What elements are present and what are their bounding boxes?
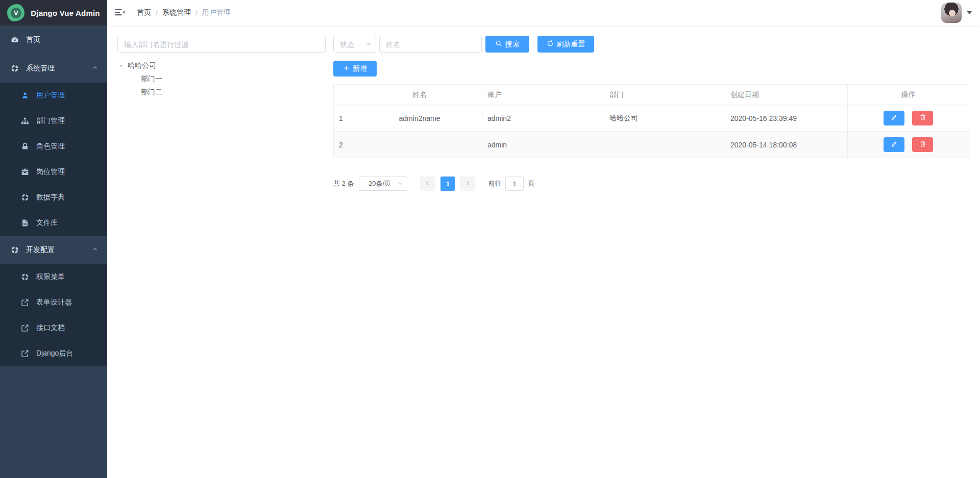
chevron-down-icon	[398, 180, 403, 188]
tree-node-child[interactable]: 部门一	[117, 72, 326, 86]
edit-button[interactable]	[884, 111, 904, 125]
sidebar-item-home[interactable]: 首页	[0, 26, 107, 54]
sidebar-item-form-designer[interactable]: 表单设计器	[0, 290, 107, 315]
sidebar-item-api-docs[interactable]: 接口文档	[0, 315, 107, 341]
reset-button-label: 刷新重置	[557, 40, 585, 49]
sidebar-item-roles[interactable]: 角色管理	[0, 134, 107, 159]
refresh-reset-button[interactable]: 刷新重置	[537, 36, 594, 53]
trash-icon	[919, 140, 926, 149]
sidebar-item-label: 文件库	[36, 218, 58, 228]
sidebar-item-label: 接口文档	[36, 323, 65, 333]
cell-actions	[848, 105, 969, 132]
page-number-button[interactable]: 1	[440, 177, 455, 191]
breadcrumb-separator: /	[156, 9, 158, 17]
header-dept: 部门	[604, 85, 725, 105]
goto-label: 前往	[488, 179, 501, 188]
sidebar: V Django Vue Admin 首页 系统管理	[0, 0, 107, 478]
next-page-button[interactable]	[460, 177, 475, 191]
tree-node-child[interactable]: 部门二	[117, 86, 326, 99]
sidebar-item-positions[interactable]: 岗位管理	[0, 159, 107, 185]
hamburger-icon	[115, 7, 125, 19]
tree-node-root[interactable]: 哈哈公司	[117, 59, 326, 72]
sidebar-group-system[interactable]: 系统管理	[0, 54, 107, 83]
pagination: 共 2 条 20条/页 1	[333, 177, 969, 191]
external-link-icon	[20, 349, 30, 358]
filter-row: 搜索 刷新重置	[333, 36, 969, 53]
table-header-row: 姓名 账户 部门 创建日期 操作	[334, 85, 969, 105]
sidebar-item-django-admin[interactable]: Django后台	[0, 341, 107, 366]
delete-button[interactable]	[912, 111, 933, 125]
user-avatar[interactable]	[941, 3, 962, 23]
prev-page-button[interactable]	[420, 177, 435, 191]
header-index	[334, 85, 357, 105]
app-root: V Django Vue Admin 首页 系统管理	[0, 0, 980, 478]
header-account: 账户	[482, 85, 604, 105]
breadcrumb-section[interactable]: 系统管理	[162, 8, 191, 17]
tree-node-label: 哈哈公司	[128, 61, 156, 70]
submenu-dev: 权限菜单 表单设计器 接口文档	[0, 264, 107, 366]
search-button[interactable]: 搜索	[485, 36, 529, 53]
cell-actions	[848, 132, 969, 158]
caret-down-icon	[117, 63, 125, 68]
status-select-input[interactable]	[333, 36, 376, 53]
sidebar-item-label: 首页	[26, 35, 40, 44]
pager: 1	[420, 177, 475, 191]
trash-icon	[919, 114, 926, 122]
sidebar-item-label: 权限菜单	[36, 272, 65, 282]
goto-page: 前往 页	[488, 177, 534, 191]
vue-logo-letter: V	[11, 8, 21, 18]
submenu-system: 用户管理 部门管理 角色管理	[0, 83, 107, 236]
app-title: Django Vue Admin	[31, 9, 100, 17]
component-icon	[20, 272, 30, 282]
plus-icon	[343, 65, 350, 73]
page-size-select[interactable]: 20条/页	[359, 177, 407, 191]
sidebar-item-files[interactable]: 文件库	[0, 210, 107, 236]
sidebar-item-label: 用户管理	[36, 91, 65, 100]
sidebar-menu: 首页 系统管理 用户管理	[0, 26, 107, 366]
sidebar-toggle-button[interactable]	[107, 0, 133, 26]
sidebar-item-label: Django后台	[36, 349, 73, 358]
sidebar-group-dev[interactable]: 开发配置	[0, 236, 107, 264]
component-icon	[10, 64, 19, 73]
cell-account: admin	[482, 132, 604, 158]
chevron-left-icon	[425, 180, 431, 188]
top-navbar: 首页 / 系统管理 / 用户管理	[107, 0, 980, 26]
status-select[interactable]	[333, 36, 376, 53]
sidebar-item-departments[interactable]: 部门管理	[0, 108, 107, 134]
chevron-right-icon	[464, 180, 471, 188]
component-icon	[20, 193, 30, 202]
name-filter-input[interactable]	[379, 36, 482, 53]
edit-button[interactable]	[884, 137, 904, 152]
breadcrumb-home[interactable]: 首页	[137, 8, 151, 17]
chevron-up-icon	[92, 246, 98, 254]
external-link-icon	[20, 323, 30, 333]
logo-bar[interactable]: V Django Vue Admin	[0, 0, 107, 26]
caret-down-icon	[967, 11, 972, 14]
sidebar-item-users[interactable]: 用户管理	[0, 83, 107, 108]
department-filter-input[interactable]	[117, 36, 326, 53]
cell-index: 2	[334, 132, 357, 158]
vue-logo-icon: V	[7, 4, 24, 21]
add-button[interactable]: 新增	[333, 61, 377, 77]
breadcrumb: 首页 / 系统管理 / 用户管理	[137, 8, 231, 17]
cell-name	[357, 132, 482, 158]
department-tree: 哈哈公司 部门一 部门二	[117, 59, 326, 99]
tree-node-label: 部门一	[141, 74, 162, 84]
cell-created: 2020-05-16 23:39:49	[725, 105, 848, 132]
lock-icon	[20, 142, 30, 151]
briefcase-icon	[20, 167, 30, 177]
delete-button[interactable]	[912, 137, 933, 152]
sidebar-item-label: 数据字典	[36, 193, 65, 202]
sidebar-item-dictionary[interactable]: 数据字典	[0, 185, 107, 210]
tree-node-label: 部门二	[141, 88, 162, 97]
refresh-icon	[547, 40, 554, 48]
sidebar-item-permission-menu[interactable]: 权限菜单	[0, 264, 107, 290]
breadcrumb-separator: /	[195, 9, 198, 17]
sitemap-icon	[20, 116, 30, 125]
total-count-label: 共 2 条	[333, 179, 354, 188]
cell-account: admin2	[482, 105, 604, 132]
cell-dept: 哈哈公司	[604, 105, 725, 132]
table-row: 2 admin 2020-05-14 18:00:08	[334, 132, 969, 158]
header-actions: 操作	[848, 85, 969, 105]
goto-page-input[interactable]	[505, 177, 524, 191]
